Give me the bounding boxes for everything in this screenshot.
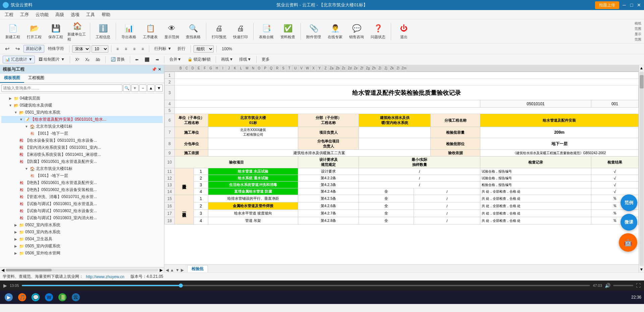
item-num-15[interactable]: 1 [194,195,208,202]
letter-T[interactable]: T [286,65,292,72]
design-req-12[interactable]: 第4.2.2条 [298,175,359,182]
tree-item-fc[interactable]: 检 【防腐】05010501_给水管道及配件安... [1,158,163,165]
sample-qty-16a[interactable]: 全 [359,202,414,210]
letter-C[interactable]: C [184,65,190,72]
code1-cell[interactable]: 05010101 [480,100,591,108]
spreadsheet[interactable]: 1 2 3 给水管道及配件安装检验批质量验收记录 4 05010101 [164,72,639,264]
menu-item-project[interactable]: 工程 [1,10,17,19]
draw-btn[interactable]: 🖼 绘制图片 ▼ [36,56,67,63]
align2-left-button[interactable]: ⬅ [133,56,141,63]
design-req-11[interactable]: 设计要求 [298,168,359,175]
letter-M[interactable]: M [244,65,250,72]
pm-header[interactable]: 项目负责人 [298,127,359,138]
sheet-title[interactable]: 给水管道及配件安装检验批质量验收记录 [175,85,639,100]
check-record-14[interactable]: 共 处，全部检查，合格 处 [480,188,591,195]
play-button[interactable]: ▶ [3,283,7,288]
letter-S[interactable]: S [280,65,286,72]
more-button[interactable]: 更多 [259,56,272,63]
item-name-13[interactable]: 生活给水系统管道冲洗和消毒 [208,182,298,188]
tab-nav-right[interactable]: ▶ [181,268,184,272]
vertical-scrollbar[interactable]: ▲ ▼ [639,65,644,272]
find-table-button[interactable]: 🔍 查找表格 [183,21,203,42]
item-name-18[interactable]: 管道 吊架 [208,217,298,225]
check-record-15[interactable]: 共 处，全部检查，合格 处 [480,195,591,202]
check-result-13[interactable]: √ [591,182,639,188]
scroll-right[interactable]: ▶ [160,268,163,272]
sub-contractor-value[interactable] [208,138,298,150]
accept-basis-header[interactable]: 验收依据 [430,150,480,157]
fullscreen-btn[interactable]: ⛶ [636,283,641,288]
taskbar-app3[interactable]: W [43,292,55,303]
sub-pm-value[interactable] [359,138,431,150]
batch-qty-header[interactable]: 检验批容量 [430,127,480,138]
letter-R[interactable]: R [274,65,280,72]
division-header[interactable]: 分部（子分部）工程名称 [298,114,359,127]
taskbar-app1[interactable]: 🎵 [16,292,28,303]
tree-item-0501[interactable]: ▼ 📂 0501_室内给水系统 [1,109,163,116]
sample-qty-13[interactable]: / [359,182,480,188]
subitem-header[interactable]: 分项工程名称 [430,114,480,127]
contractor-header[interactable]: 施工单位 [175,127,208,138]
border-button[interactable]: 画线▼ [219,56,235,63]
tab-template-view[interactable]: 模板视图 [0,74,24,83]
check-result-11[interactable]: √ [591,168,639,175]
original-record-button[interactable]: 原始记录 [23,45,44,53]
save-project-button[interactable]: 💾 保存工程 [46,21,66,42]
letter-Zg[interactable]: Zg [365,65,371,72]
align2-right-button[interactable]: ➡ [153,56,161,63]
tree-item-0504[interactable]: ▶ 📁 0504_卫生器具 [1,236,163,243]
letter-V[interactable]: V [299,65,305,72]
up-button[interactable]: ▲ [147,84,155,92]
undo-button[interactable]: ↩ [3,45,12,53]
sample-qty-14b[interactable]: / [414,188,480,195]
tree-item-0502[interactable]: ▶ 📁 0502_室内排水系统 [1,222,163,229]
remove-button[interactable]: − [139,84,147,92]
tab-nav-prev[interactable]: ▲ [170,268,174,272]
menu-item-advanced[interactable]: 高级 [52,10,67,19]
tree-item-jr2[interactable]: 检 【绝热】05010602_给水设备安装检批... [1,186,163,193]
float-fanli-button[interactable]: 范例 [621,194,637,211]
attachment-button[interactable]: 📎 附件管理 [304,21,324,42]
check-record-17[interactable]: 共 处，全部检查，合格 处 [480,210,591,217]
tree-item-house2[interactable]: ▼ 🏠 北京市筑业大楼01标 [1,165,163,172]
pm-value[interactable] [359,127,431,138]
ledger-button[interactable]: 📑 表格台账 [256,21,276,42]
sidebar-pin-icon[interactable]: 📌 [152,67,157,72]
letter-N[interactable]: N [250,65,256,72]
taskbar-app5[interactable]: 云 [70,292,82,303]
item-name-11[interactable]: 给水管道 水压试验 [208,168,298,175]
letter-Zb[interactable]: Zb [335,65,341,72]
batch-part-header[interactable]: 检验批部位 [430,138,480,150]
scroll-down[interactable]: ▼ [639,266,644,272]
build-table-button[interactable]: 📋 工序建表 [140,21,160,42]
add-button[interactable]: + [131,84,139,92]
stats-button[interactable]: 📊 汇总统计 ▼ [3,56,35,63]
merge-button[interactable]: 合并▼ [167,56,184,63]
tree-item-cdxx[interactable]: 检 【管道冲洗、消毒】05010701_给水管... [1,193,163,200]
justify-button[interactable]: ≡ [139,46,146,52]
letter-F[interactable]: F [202,65,208,72]
taskbar-start[interactable]: ▶ [3,292,15,303]
overline-button[interactable]: āb [93,56,102,63]
design-req-14[interactable]: 第4.2.4条 [298,188,359,195]
align2-center-button[interactable]: ⬛ [142,56,152,63]
row-label-button[interactable]: 行列标 ▼ [152,45,174,53]
row4-empty[interactable] [175,100,480,108]
superscript-button[interactable]: X² [73,56,82,63]
subscript-button[interactable]: X₂ [83,56,92,63]
letter-Q[interactable]: Q [268,65,274,72]
accept-basis-value[interactable]: 《建筑给水排水及采暖工程施工质量验收规范》GB50242-2002 [480,150,639,157]
work-basis-value[interactable]: 建筑给水排水及供暖施工二方案 [208,150,431,157]
upload-btn[interactable]: 拍题上传 [595,1,619,9]
item-num-13[interactable]: 3 [194,182,208,188]
tab-project-view[interactable]: 工程视图 [24,74,48,83]
quick-print-button[interactable]: 🖨 快速打印 [230,21,251,42]
work-basis-header[interactable]: 施工依据 [175,150,208,157]
sales-button[interactable]: 💬 销售咨询 [346,21,367,42]
row2-content[interactable] [175,79,639,85]
tree-item-house1[interactable]: ▼ 🏠 北京市筑业大楼01标 [1,123,163,130]
tree-item-gsdj[interactable]: ▼ 📝 【给水管道及配件安装】05010101_给水... [1,116,163,123]
item-num-16[interactable]: 2 [194,202,208,210]
letter-Zk[interactable]: Zk [389,65,395,72]
replace-button[interactable]: 🔄 普换 [108,56,127,63]
